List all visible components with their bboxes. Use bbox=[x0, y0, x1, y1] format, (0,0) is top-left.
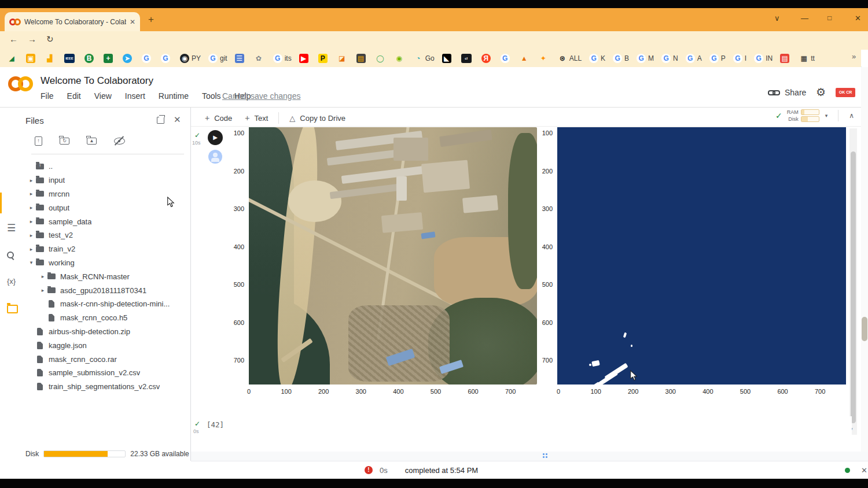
window-close-icon[interactable]: ✕ bbox=[855, 14, 861, 23]
mount-drive-icon[interactable]: ▲ bbox=[87, 138, 97, 145]
bookmark[interactable]: cl bbox=[461, 54, 474, 63]
window-maximize-icon[interactable]: □ bbox=[827, 14, 832, 22]
file-tree-row[interactable]: sample_submission_v2.csv bbox=[24, 366, 191, 380]
bookmark[interactable]: G its bbox=[273, 54, 292, 63]
bookmark[interactable]: ☰ bbox=[235, 54, 247, 63]
bookmark[interactable]: ▤ bbox=[780, 54, 792, 63]
reload-icon[interactable]: ↻ bbox=[46, 34, 54, 45]
run-cell-button[interactable]: ▶ bbox=[208, 130, 223, 145]
bookmark[interactable]: ⊛ ALL bbox=[558, 54, 582, 63]
bookmark[interactable]: IEEE bbox=[64, 54, 77, 63]
file-tree-row[interactable]: Mask_RCNN-master bbox=[24, 269, 191, 283]
upload-file-icon[interactable]: ↑ bbox=[35, 136, 42, 146]
menu-item[interactable]: File bbox=[41, 91, 54, 101]
window-menu-icon[interactable]: ∨ bbox=[774, 14, 780, 23]
bookmark[interactable]: G bbox=[142, 54, 153, 63]
file-tree-row[interactable]: sample_data bbox=[24, 215, 191, 228]
colab-logo[interactable] bbox=[8, 76, 33, 91]
bookmark[interactable]: ◣ bbox=[442, 54, 454, 63]
back-icon[interactable]: ← bbox=[9, 34, 18, 44]
add-code-button[interactable]: Code bbox=[214, 114, 232, 123]
refresh-files-icon[interactable]: ↻ bbox=[60, 138, 69, 145]
file-tree-row[interactable]: mask-r-cnn-ship-detection-mini... bbox=[24, 297, 191, 311]
file-tree-row[interactable]: test_v2 bbox=[24, 228, 191, 242]
variables-icon[interactable]: {x} bbox=[7, 277, 16, 286]
header-extension-badge[interactable]: OK CR bbox=[836, 88, 855, 97]
bookmark[interactable]: G I bbox=[733, 54, 746, 63]
new-tab-button[interactable]: + bbox=[148, 14, 154, 25]
bookmark[interactable]: G B bbox=[613, 54, 629, 63]
bookmark[interactable]: ▤ bbox=[356, 54, 368, 63]
browser-tab[interactable]: Welcome To Colaboratory - Colab ✕ bbox=[5, 12, 140, 31]
bookmark[interactable]: ▦ tt bbox=[799, 54, 815, 63]
expand-arrow-icon[interactable] bbox=[27, 232, 36, 238]
bookmark[interactable]: G IN bbox=[754, 54, 773, 63]
menu-item[interactable]: Tools bbox=[202, 91, 221, 101]
bookmark[interactable]: G git bbox=[208, 54, 227, 63]
bookmark[interactable]: G bbox=[501, 54, 512, 63]
table-of-contents-icon[interactable]: ☰ bbox=[7, 222, 16, 234]
window-minimize-icon[interactable]: — bbox=[801, 14, 808, 23]
collapse-section-icon[interactable]: ∧ bbox=[849, 112, 854, 120]
bookmark[interactable]: + bbox=[104, 54, 115, 63]
file-tree-row[interactable]: working bbox=[24, 256, 191, 270]
search-icon[interactable] bbox=[7, 250, 14, 261]
expand-arrow-icon[interactable] bbox=[38, 273, 47, 279]
bookmark[interactable]: P bbox=[318, 54, 330, 63]
share-button[interactable]: Share bbox=[768, 88, 806, 97]
status-close-icon[interactable]: ✕ bbox=[861, 466, 867, 475]
page-scrollbar-track[interactable] bbox=[861, 67, 868, 479]
file-tree-row[interactable]: mask_rcnn_coco.h5 bbox=[24, 311, 191, 325]
expand-arrow-icon[interactable] bbox=[27, 219, 36, 224]
notebook-title[interactable]: Welcome To Colaboratory bbox=[41, 75, 153, 87]
expand-arrow-icon[interactable] bbox=[38, 287, 47, 293]
save-status-link[interactable]: Cannot save changes bbox=[222, 91, 300, 101]
bookmark[interactable]: ◢ bbox=[7, 54, 19, 63]
bookmark[interactable]: ▲ bbox=[520, 54, 531, 63]
file-tree-row[interactable]: airbus-ship-detection.zip bbox=[24, 325, 191, 339]
tab-close-icon[interactable]: ✕ bbox=[130, 18, 135, 26]
file-tree-row[interactable]: train_ship_segmentations_v2.csv bbox=[24, 380, 191, 394]
resources-dropdown-icon[interactable]: ▾ bbox=[825, 113, 828, 119]
expand-arrow-icon[interactable] bbox=[27, 260, 36, 265]
bookmark[interactable]: G A bbox=[686, 54, 702, 63]
bookmark[interactable]: ➤ bbox=[123, 54, 134, 63]
bookmark[interactable]: ✿ bbox=[254, 54, 266, 63]
bookmark[interactable]: G bbox=[161, 54, 172, 63]
hidden-files-icon[interactable] bbox=[114, 138, 125, 145]
resource-gauge[interactable]: RAM Disk bbox=[787, 109, 819, 122]
bookmark[interactable]: G P bbox=[709, 54, 726, 63]
bookmark[interactable]: ▟ bbox=[45, 54, 57, 63]
bookmarks-overflow-icon[interactable]: » bbox=[852, 52, 856, 61]
bookmark[interactable]: G M bbox=[637, 54, 654, 63]
bookmark[interactable]: ◪ bbox=[337, 54, 349, 63]
file-tree-row[interactable]: mask_rcnn_coco.rar bbox=[24, 352, 191, 366]
menu-item[interactable]: Edit bbox=[67, 91, 81, 101]
add-text-button[interactable]: Text bbox=[254, 114, 268, 123]
copy-to-drive-button[interactable]: Copy to Drive bbox=[300, 114, 345, 123]
expand-arrow-icon[interactable] bbox=[27, 178, 36, 183]
bookmark[interactable]: ◉ bbox=[395, 54, 406, 63]
file-tree-row[interactable]: .. bbox=[24, 160, 191, 173]
menu-item[interactable]: View bbox=[94, 91, 112, 101]
file-tree-row[interactable]: asdc_gpu20181118T0341 bbox=[24, 283, 191, 297]
bookmark[interactable]: G K bbox=[589, 54, 605, 63]
bookmark[interactable]: G N bbox=[661, 54, 678, 63]
menu-item[interactable]: Insert bbox=[125, 91, 145, 101]
file-tree-row[interactable]: train_v2 bbox=[24, 242, 191, 256]
code-cell[interactable]: [42] masks['ships'] = masks['EncodedPixe… bbox=[204, 416, 852, 448]
cell-drag-handle-icon[interactable] bbox=[543, 453, 547, 458]
file-tree-row[interactable]: mrcnn bbox=[24, 187, 191, 201]
expand-arrow-icon[interactable] bbox=[27, 205, 36, 210]
close-panel-icon[interactable]: ✕ bbox=[174, 114, 181, 125]
forward-icon[interactable]: → bbox=[28, 34, 36, 44]
expand-arrow-icon[interactable] bbox=[27, 246, 36, 252]
expand-arrow-icon[interactable] bbox=[27, 191, 36, 197]
bookmark[interactable]: ◉ PY bbox=[180, 54, 201, 63]
file-tree-row[interactable]: kaggle.json bbox=[24, 338, 191, 352]
bookmark[interactable]: B bbox=[84, 54, 96, 63]
notebook-scrollbar-thumb[interactable] bbox=[851, 151, 856, 423]
bookmark[interactable]: ◯ bbox=[376, 54, 387, 63]
popout-icon[interactable] bbox=[157, 117, 164, 124]
files-icon[interactable] bbox=[7, 305, 18, 316]
